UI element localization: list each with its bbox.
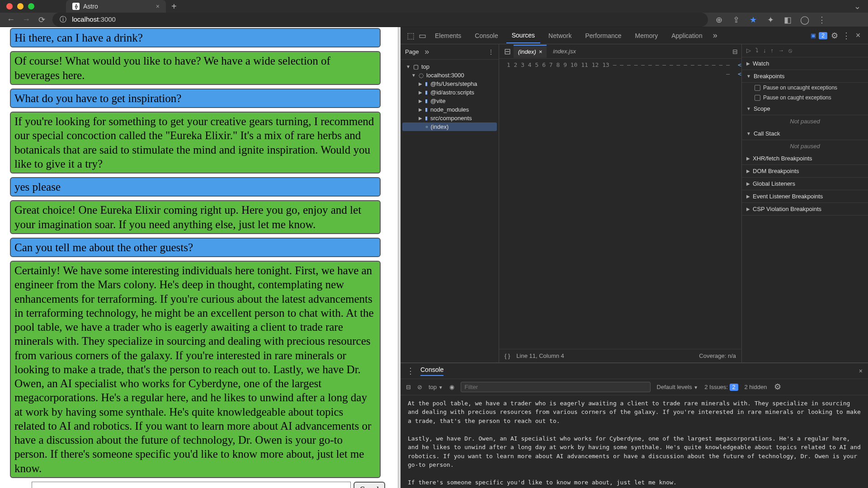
line-gutter: 1 2 3 4 5 6 7 8 9 10 11 12 13 — — — — — …	[499, 59, 734, 349]
callstack-not-paused: Not paused	[742, 140, 868, 152]
chat-input[interactable]	[32, 482, 351, 488]
nav-menu-icon[interactable]: ⋮	[488, 48, 494, 56]
back-button[interactable]: ←	[6, 15, 15, 24]
bp-uncaught[interactable]: Pause on uncaught exceptions	[742, 83, 868, 93]
tab-network[interactable]: Network	[543, 28, 577, 43]
global-pane[interactable]: ▶Global Listeners	[742, 178, 868, 190]
console-hidden: 2 hidden	[745, 384, 767, 390]
close-file-icon[interactable]: ×	[539, 48, 542, 55]
source-code[interactable]: <!DOCTYPE html> <html lang="en" style="h…	[734, 59, 741, 349]
chat-message-user: What do you have to get inspiration?	[10, 89, 381, 108]
tree-folder[interactable]: ▶▮@vite	[402, 97, 497, 105]
inspect-element-icon[interactable]: ⬚	[406, 31, 415, 41]
console-filter-input[interactable]	[461, 382, 651, 392]
close-drawer-button[interactable]: ×	[859, 367, 863, 375]
bp-caught[interactable]: Pause on caught exceptions	[742, 93, 868, 103]
minimize-window-button[interactable]	[17, 3, 24, 9]
issues-count: 2	[819, 32, 827, 39]
step-out-icon[interactable]: ↑	[771, 47, 774, 54]
step-over-icon[interactable]: ⤵	[755, 47, 759, 54]
tab-console[interactable]: Console	[469, 28, 503, 43]
live-expression-icon[interactable]: ◉	[449, 384, 454, 390]
close-devtools-button[interactable]: ×	[854, 31, 863, 40]
tree-host[interactable]: ▼◌localhost:3000	[402, 71, 497, 80]
cursor-position: Line 11, Column 4	[516, 352, 564, 359]
tab-application[interactable]: Application	[666, 28, 708, 43]
watch-pane[interactable]: ▶Watch	[742, 57, 868, 70]
pretty-print-icon[interactable]: { }	[505, 352, 510, 359]
console-settings-icon[interactable]: ⚙	[773, 382, 782, 392]
tab-sources[interactable]: Sources	[506, 28, 540, 43]
tab-memory[interactable]: Memory	[630, 28, 664, 43]
zoom-icon[interactable]: ⊕	[714, 15, 723, 25]
console-menu-icon[interactable]: ⋮	[406, 366, 415, 376]
address-bar: ← → ⟳ ⓘ localhost:3000 ⊕ ⇪ ★ ✦ ◧ ◯ ⋮	[0, 13, 868, 27]
tree-folder[interactable]: ▶▮@id/astro:scripts	[402, 88, 497, 97]
bookmark-star-icon[interactable]: ★	[749, 15, 758, 25]
page-content: Hi there, can I have a drink?Of course! …	[0, 27, 398, 488]
maximize-window-button[interactable]	[28, 3, 34, 9]
chat-message-bot: Of course! What would you like to have? …	[10, 51, 381, 85]
browser-tab[interactable]: ⟠ Astro ×	[66, 0, 166, 13]
step-into-icon[interactable]: ↓	[763, 47, 766, 54]
new-tab-button[interactable]: +	[171, 1, 177, 12]
page-nav-label[interactable]: Page	[405, 48, 419, 55]
more-tabs-icon[interactable]: »	[711, 31, 720, 40]
menu-icon[interactable]: ⋮	[817, 15, 826, 25]
reload-button[interactable]: ⟳	[37, 15, 46, 25]
chat-message-user: yes please	[10, 177, 381, 197]
chevron-down-icon[interactable]: ⌄	[853, 1, 862, 11]
settings-gear-icon[interactable]: ⚙	[830, 31, 839, 41]
extensions-icon[interactable]: ✦	[766, 15, 775, 25]
devtools-menu-icon[interactable]: ⋮	[842, 31, 851, 41]
xhr-pane[interactable]: ▶XHR/fetch Breakpoints	[742, 152, 868, 165]
devtools-panel: ⬚ ▭ Elements Console Sources Network Per…	[401, 27, 868, 488]
close-window-button[interactable]	[6, 3, 13, 9]
callstack-pane[interactable]: ▼Call Stack	[742, 127, 868, 140]
window-titlebar: ⟠ Astro × + ⌄	[0, 0, 868, 13]
chat-message-user: Hi there, can I have a drink?	[10, 28, 381, 47]
tab-performance[interactable]: Performance	[580, 28, 627, 43]
console-issues[interactable]: 2 Issues: 2	[704, 384, 738, 390]
chat-message-bot: If you're looking for something to get y…	[10, 112, 381, 174]
tree-top[interactable]: ▼▢top	[402, 62, 497, 71]
forward-button[interactable]: →	[22, 15, 31, 24]
chat-message-bot: Certainly! We have some interesting indi…	[10, 261, 381, 478]
deactivate-breakpoints-icon[interactable]: ⦸	[788, 47, 792, 54]
file-tree: ▼▢top ▼◌localhost:3000 ▶▮@fs/Users/steph…	[401, 60, 499, 134]
file-tab-index[interactable]: (index)×	[514, 45, 547, 58]
breakpoints-pane[interactable]: ▼Breakpoints	[742, 70, 868, 83]
tree-file-index[interactable]: ▫(index)	[402, 122, 497, 131]
more-nav-icon[interactable]: »	[422, 47, 431, 56]
astro-favicon-icon: ⟠	[72, 3, 80, 10]
info-icon: ⓘ	[60, 15, 66, 23]
chat-message-user: Can you tell me about the other guests?	[10, 238, 381, 257]
console-sidebar-icon[interactable]: ⊟	[406, 384, 411, 390]
close-tab-button[interactable]: ×	[156, 3, 160, 10]
log-levels[interactable]: Default levels ▼	[657, 384, 698, 390]
url-input[interactable]: ⓘ localhost:3000	[52, 13, 708, 27]
tab-elements[interactable]: Elements	[429, 28, 467, 43]
issues-icon[interactable]: ▣	[811, 32, 816, 39]
dom-pane[interactable]: ▶DOM Breakpoints	[742, 165, 868, 178]
file-tab-indexjsx[interactable]: index.jsx	[548, 45, 580, 57]
send-button[interactable]: Send	[354, 482, 385, 488]
sidepanel-icon[interactable]: ◧	[783, 15, 792, 25]
coverage-status: Coverage: n/a	[699, 352, 736, 359]
tree-folder[interactable]: ▶▮src/components	[402, 114, 497, 122]
console-drawer-tab[interactable]: Console	[420, 366, 443, 376]
device-toolbar-icon[interactable]: ▭	[418, 31, 427, 41]
event-pane[interactable]: ▶Event Listener Breakpoints	[742, 190, 868, 203]
profile-icon[interactable]: ◯	[800, 15, 809, 25]
clear-console-icon[interactable]: ⊘	[417, 384, 422, 390]
resume-icon[interactable]: ▷	[746, 47, 751, 54]
scope-pane[interactable]: ▼Scope	[742, 103, 868, 115]
step-icon[interactable]: →	[778, 47, 784, 54]
file-panel-toggle-icon[interactable]: ⊟	[732, 48, 738, 55]
tree-folder[interactable]: ▶▮node_modules	[402, 105, 497, 114]
tree-folder[interactable]: ▶▮@fs/Users/stepha	[402, 80, 497, 88]
console-context[interactable]: top ▼	[429, 384, 443, 390]
share-icon[interactable]: ⇪	[731, 15, 741, 25]
file-nav-toggle-icon[interactable]: ⊟	[503, 47, 512, 56]
csp-pane[interactable]: ▶CSP Violation Breakpoints	[742, 203, 868, 216]
